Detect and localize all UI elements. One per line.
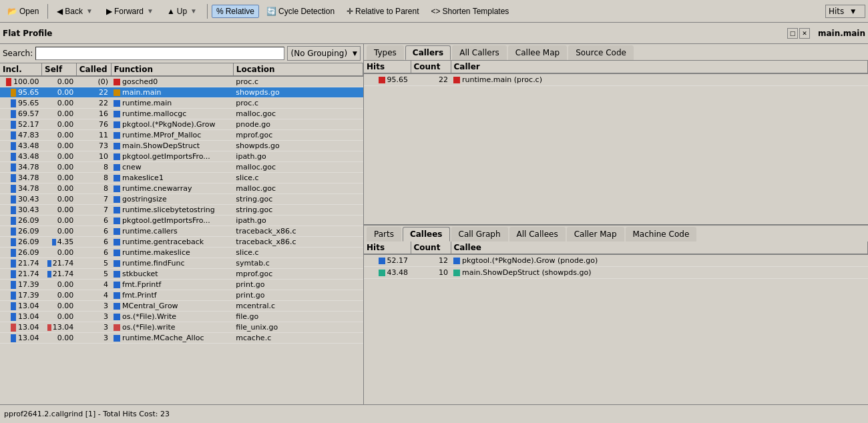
table-row[interactable]: 13.04 0.00 3 runtime.MCache_Alloc mcache… [0, 333, 363, 344]
table-row[interactable]: 34.78 0.00 8 makeslice1 slice.c [0, 173, 363, 183]
cell-called: 4 [76, 280, 111, 290]
cycle-detection-button[interactable]: 🔄 Cycle Detection [262, 5, 339, 18]
table-row[interactable]: 43.48 0.00 73 main.ShowDepStruct showpds… [0, 141, 363, 151]
toolbar: 📂 Open ◀ Back ▼ ▶ Forward ▼ ▲ Up ▼ % Rel… [0, 0, 868, 23]
cell-location: traceback_x86.c [233, 237, 363, 248]
table-row[interactable]: 30.43 0.00 7 gostringsize string.goc [0, 194, 363, 205]
table-row[interactable]: 13.04 13.04 3 os.(*File).write file_unix… [0, 322, 363, 333]
relative-button[interactable]: % Relative [212, 5, 259, 18]
callers-col-hits[interactable]: Hits [364, 61, 411, 73]
main-layout: Search: (No Grouping) ▼ Incl. Self Calle… [0, 44, 868, 404]
cell-self: 0.00 [42, 173, 77, 183]
cell-location: pnode.go [233, 119, 363, 130]
table-row[interactable]: 13.04 0.00 3 MCentral_Grow mcentral.c [0, 301, 363, 312]
cell-function: runtime.slicebytetostring [111, 205, 233, 216]
minimize-button[interactable]: □ [787, 28, 798, 39]
cell-location: mprof.goc [233, 269, 363, 280]
cell-self: 0.00 [42, 226, 77, 237]
callers-col-count[interactable]: Count [411, 61, 451, 73]
cell-location: string.goc [233, 194, 363, 205]
forward-button[interactable]: ▶ Forward ▼ [101, 5, 160, 18]
hits-dropdown[interactable]: Hits ▼ [825, 5, 865, 18]
back-arrow[interactable]: ▼ [85, 7, 94, 15]
cell-called: 6 [76, 216, 111, 226]
table-row[interactable]: 43.48 0.00 10 pkgtool.getImportsFro... i… [0, 151, 363, 162]
callees-row[interactable]: 52.17 12 pkgtool.(*PkgNode).Grow (pnode.… [364, 254, 868, 267]
cell-self: 0.00 [42, 280, 77, 290]
tab-types[interactable]: Types [367, 45, 404, 60]
cell-self: 0.00 [42, 98, 77, 109]
bottom-tab-all-callees[interactable]: All Callees [509, 227, 566, 242]
tab-callers[interactable]: Callers [405, 45, 451, 60]
tab-all-callers[interactable]: All Callers [452, 45, 507, 60]
relative-to-parent-label: Relative to Parent [355, 7, 419, 16]
col-header-function[interactable]: Function [111, 63, 233, 76]
cell-function: runtime.makeslice [111, 248, 233, 258]
open-button[interactable]: 📂 Open [3, 5, 43, 18]
status-bar: pprof2641.2.callgrind [1] - Total Hits C… [0, 404, 868, 423]
table-row[interactable]: 52.17 0.00 76 pkgtool.(*PkgNode).Grow pn… [0, 119, 363, 130]
cell-function: makeslice1 [111, 173, 233, 183]
search-input[interactable] [35, 47, 284, 60]
bottom-tab-caller-map[interactable]: Caller Map [567, 227, 624, 242]
flat-profile-label: Flat Profile [3, 29, 52, 38]
shorten-templates-button[interactable]: <> Shorten Templates [426, 5, 513, 18]
cell-called: (0) [76, 76, 111, 87]
table-row[interactable]: 95.65 0.00 22 runtime.main proc.c [0, 98, 363, 109]
col-header-called[interactable]: Called [76, 63, 111, 76]
table-row[interactable]: 13.04 0.00 3 os.(*File).Write file.go [0, 312, 363, 322]
callees-row[interactable]: 43.48 10 main.ShowDepStruct (showpds.go) [364, 266, 868, 278]
back-button[interactable]: ◀ Back ▼ [52, 5, 99, 18]
up-button[interactable]: ▲ Up ▼ [162, 5, 203, 18]
table-row[interactable]: 30.43 0.00 7 runtime.slicebytetostring s… [0, 205, 363, 216]
cell-incl: 26.09 [0, 216, 42, 226]
relative-to-parent-button[interactable]: ✛ Relative to Parent [342, 5, 423, 18]
cell-called: 3 [76, 301, 111, 312]
table-row[interactable]: 95.65 0.00 22 main.main showpds.go [0, 87, 363, 98]
table-row[interactable]: 21.74 21.74 5 runtime.findFunc symtab.c [0, 258, 363, 269]
cell-called: 76 [76, 119, 111, 130]
up-arrow[interactable]: ▼ [189, 7, 198, 15]
bottom-tab-callees[interactable]: Callees [403, 227, 450, 242]
callees-col-hits[interactable]: Hits [364, 242, 411, 254]
bottom-tab-parts[interactable]: Parts [367, 227, 401, 242]
table-row[interactable]: 26.09 0.00 6 runtime.callers traceback_x… [0, 226, 363, 237]
cell-self: 0.00 [42, 109, 77, 119]
table-row[interactable]: 69.57 0.00 16 runtime.mallocgc malloc.go… [0, 109, 363, 119]
tab-source-code[interactable]: Source Code [568, 45, 634, 60]
close-button[interactable]: ✕ [799, 28, 810, 39]
cell-incl: 100.00 [0, 76, 42, 87]
tab-callee-map[interactable]: Callee Map [508, 45, 567, 60]
cell-incl: 30.43 [0, 194, 42, 205]
col-header-location[interactable]: Location [233, 63, 363, 76]
cell-self: 0.00 [42, 290, 77, 301]
col-header-self[interactable]: Self [42, 63, 77, 76]
table-row[interactable]: 26.09 0.00 6 runtime.makeslice slice.c [0, 248, 363, 258]
cell-incl: 13.04 [0, 301, 42, 312]
table-row[interactable]: 26.09 4.35 6 runtime.gentraceback traceb… [0, 237, 363, 248]
cell-incl: 13.04 [0, 312, 42, 322]
callees-col-count[interactable]: Count [411, 242, 451, 254]
bottom-tab-machine-code[interactable]: Machine Code [626, 227, 697, 242]
callees-col-callee[interactable]: Callee [451, 242, 868, 254]
cell-incl: 52.17 [0, 119, 42, 130]
grouping-dropdown[interactable]: (No Grouping) ▼ [287, 46, 361, 61]
cell-incl: 26.09 [0, 237, 42, 248]
table-row[interactable]: 100.00 0.00 (0) gosched0 proc.c [0, 76, 363, 87]
table-row[interactable]: 21.74 21.74 5 stkbucket mprof.goc [0, 269, 363, 280]
table-row[interactable]: 17.39 0.00 4 fmt.Fprintf print.go [0, 280, 363, 290]
col-header-incl[interactable]: Incl. [0, 63, 42, 76]
table-row[interactable]: 26.09 0.00 6 pkgtool.getImportsFro... ip… [0, 216, 363, 226]
table-row[interactable]: 34.78 0.00 8 cnew malloc.goc [0, 162, 363, 173]
callee-cell-hits: 52.17 [364, 254, 411, 267]
callers-row[interactable]: 95.65 22 runtime.main (proc.c) [364, 73, 868, 86]
table-row[interactable]: 47.83 0.00 11 runtime.MProf_Malloc mprof… [0, 130, 363, 141]
forward-arrow[interactable]: ▼ [146, 7, 155, 15]
cell-function: runtime.callers [111, 226, 233, 237]
table-row[interactable]: 17.39 0.00 4 fmt.Printf print.go [0, 290, 363, 301]
cell-self: 0.00 [42, 162, 77, 173]
table-row[interactable]: 34.78 0.00 8 runtime.cnewarray malloc.go… [0, 183, 363, 194]
callers-col-caller[interactable]: Caller [451, 61, 868, 73]
cell-function: runtime.mallocgc [111, 109, 233, 119]
bottom-tab-call-graph[interactable]: Call Graph [451, 227, 508, 242]
